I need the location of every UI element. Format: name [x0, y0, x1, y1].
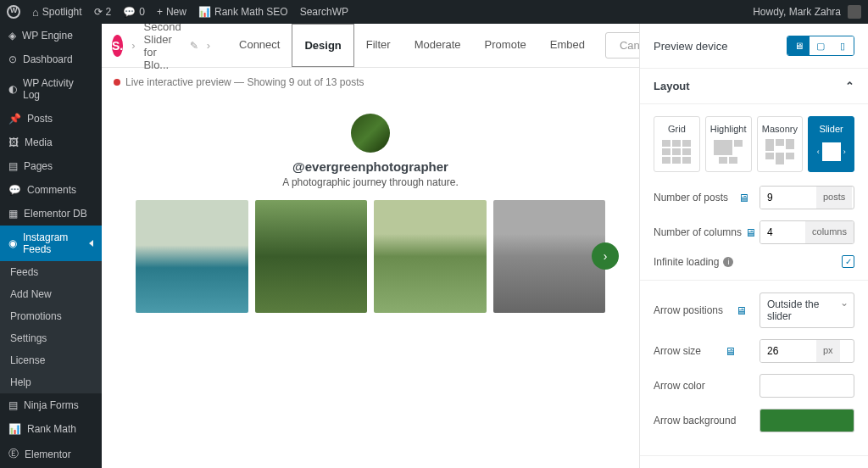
settings-panel: Preview device 🖥 ▢ ▯ Layout ⌃ Grid Highl… — [639, 24, 868, 468]
sidebar-item-elementordb[interactable]: ▦Elementor DB — [0, 202, 102, 226]
slide-image[interactable] — [374, 200, 487, 313]
sidebar-item-dashboard[interactable]: ⊙Dashboard — [0, 47, 102, 71]
admin-bar-searchwp[interactable]: SearchWP — [300, 6, 348, 18]
elementor-icon: Ⓔ — [8, 447, 19, 461]
form-icon: ▤ — [8, 399, 18, 411]
admin-bar-comments[interactable]: 💬 0 — [123, 6, 145, 18]
tab-promote[interactable]: Promote — [473, 24, 538, 67]
responsive-icon[interactable]: 🖥 — [725, 345, 736, 358]
slide-image[interactable] — [493, 200, 606, 313]
number-posts-label: Number of posts — [654, 192, 728, 203]
editor-topbar: S. › Second Slider for Blo... ✎ › Connec… — [102, 24, 639, 68]
sidebar-item-activity[interactable]: ◐WP Activity Log — [0, 71, 102, 107]
admin-sidebar: ◈WP Engine ⊙Dashboard ◐WP Activity Log 📌… — [0, 24, 102, 468]
avatar-icon[interactable] — [848, 5, 861, 19]
number-posts-input[interactable] — [760, 187, 816, 209]
arrow-size-input[interactable] — [760, 340, 816, 362]
home-icon: ⌂ — [32, 6, 39, 19]
unit-label: posts — [816, 187, 852, 209]
db-icon: ▦ — [8, 208, 18, 220]
layout-slider-option[interactable]: Slider‹› — [808, 116, 854, 172]
arrow-background-picker[interactable] — [760, 409, 854, 432]
chevron-right-icon: › — [131, 39, 135, 52]
unit-label: columns — [805, 221, 854, 243]
infinite-loading-label: Infinite loading — [654, 256, 719, 268]
sidebar-item-wpengine[interactable]: ◈WP Engine — [0, 24, 102, 47]
tab-moderate[interactable]: Moderate — [403, 24, 473, 67]
activity-icon: ◐ — [8, 83, 17, 95]
plus-icon: + — [157, 6, 163, 18]
dashboard-icon: ⊙ — [8, 53, 17, 65]
sidebar-sub-help[interactable]: Help — [0, 371, 102, 393]
tab-filter[interactable]: Filter — [354, 24, 403, 67]
masonry-icon — [765, 139, 795, 164]
sidebar-item-instagram[interactable]: ◉Instagram Feeds — [0, 226, 102, 261]
arrow-positions-label: Arrow positions — [654, 304, 723, 316]
unit-label: px — [816, 340, 840, 362]
instagram-icon: ◉ — [8, 237, 17, 249]
arrow-color-picker[interactable] — [760, 374, 854, 398]
number-columns-input[interactable] — [760, 221, 805, 243]
wpengine-icon: ◈ — [8, 30, 16, 42]
sidebar-item-ninjaforms[interactable]: ▤Ninja Forms — [0, 393, 102, 417]
sidebar-item-rankmath[interactable]: 📊Rank Math — [0, 417, 102, 441]
sidebar-sub-license[interactable]: License — [0, 349, 102, 371]
sidebar-item-elementor[interactable]: ⒺElementor — [0, 441, 102, 467]
layout-grid-option[interactable]: Grid — [654, 116, 700, 172]
tab-embed[interactable]: Embed — [538, 24, 597, 67]
sidebar-item-comments[interactable]: 💬Comments — [0, 178, 102, 202]
admin-bar-new[interactable]: + New — [157, 6, 186, 18]
sidebar-sub-promotions[interactable]: Promotions — [0, 305, 102, 327]
profile-handle[interactable]: @evergreenphotographer — [292, 159, 448, 174]
device-tablet-button[interactable]: ▢ — [810, 36, 832, 55]
chevron-right-icon: › — [207, 39, 210, 52]
wp-logo-icon[interactable] — [7, 5, 20, 19]
slide-image[interactable] — [255, 200, 368, 313]
sidebar-item-posts[interactable]: 📌Posts — [0, 107, 102, 131]
infinite-loading-checkbox[interactable]: ✓ — [842, 255, 854, 268]
media-icon: 🖾 — [8, 136, 19, 148]
responsive-icon[interactable]: 🖥 — [736, 304, 747, 317]
chevron-up-icon: ⌃ — [845, 80, 854, 92]
info-icon[interactable]: i — [723, 257, 733, 267]
admin-bar-spotlight[interactable]: ⌂ Spotlight — [32, 6, 82, 19]
device-mobile-button[interactable]: ▯ — [832, 36, 854, 55]
page-icon: ▤ — [8, 160, 18, 172]
admin-bar-rankmath[interactable]: 📊 Rank Math SEO — [198, 6, 288, 18]
tab-design[interactable]: Design — [292, 24, 353, 67]
arrow-positions-select[interactable]: Outside the slider — [760, 292, 854, 328]
accordion-layout[interactable]: Layout ⌃ — [640, 69, 868, 104]
grid-icon — [661, 139, 692, 164]
sidebar-sub-settings[interactable]: Settings — [0, 327, 102, 349]
tab-connect[interactable]: Connect — [227, 24, 292, 67]
layout-highlight-option[interactable]: Highlight — [705, 116, 752, 172]
admin-bar-updates[interactable]: ⟳ 2 — [94, 6, 112, 18]
sidebar-item-media[interactable]: 🖾Media — [0, 131, 102, 154]
admin-bar: ⌂ Spotlight ⟳ 2 💬 0 + New 📊 Rank Math SE… — [0, 0, 868, 24]
comment-icon: 💬 — [8, 184, 21, 196]
sidebar-sub-feeds[interactable]: Feeds — [0, 261, 102, 283]
sidebar-sub-addnew[interactable]: Add New — [0, 283, 102, 305]
number-columns-label: Number of columns — [654, 226, 742, 238]
profile-avatar[interactable] — [351, 114, 390, 153]
responsive-icon[interactable]: 🖥 — [745, 226, 756, 239]
responsive-icon[interactable]: 🖥 — [738, 192, 749, 204]
layout-masonry-option[interactable]: Masonry — [757, 116, 804, 172]
pin-icon: 📌 — [8, 113, 21, 125]
slide-image[interactable] — [136, 200, 248, 313]
edit-icon[interactable]: ✎ — [190, 40, 198, 52]
slider-icon: ‹› — [816, 139, 847, 164]
admin-bar-howdy[interactable]: Howdy, Mark Zahra — [753, 6, 841, 18]
slider-next-button[interactable]: › — [592, 242, 619, 270]
cancel-button[interactable]: Cancel — [605, 32, 639, 58]
sidebar-item-pages[interactable]: ▤Pages — [0, 154, 102, 178]
live-dot-icon — [114, 79, 120, 86]
accordion-feed[interactable]: Feed ⌃ — [640, 456, 868, 468]
active-arrow-icon — [89, 240, 93, 247]
spotlight-logo-icon[interactable]: S. — [112, 35, 123, 57]
preview-status: Live interactive preview — Showing 9 out… — [102, 68, 639, 97]
preview-canvas: @evergreenphotographer A photographic jo… — [102, 97, 639, 468]
highlight-icon — [713, 139, 743, 164]
device-desktop-button[interactable]: 🖥 — [787, 36, 810, 55]
feed-name[interactable]: Second Slider for Blo... — [144, 24, 181, 71]
